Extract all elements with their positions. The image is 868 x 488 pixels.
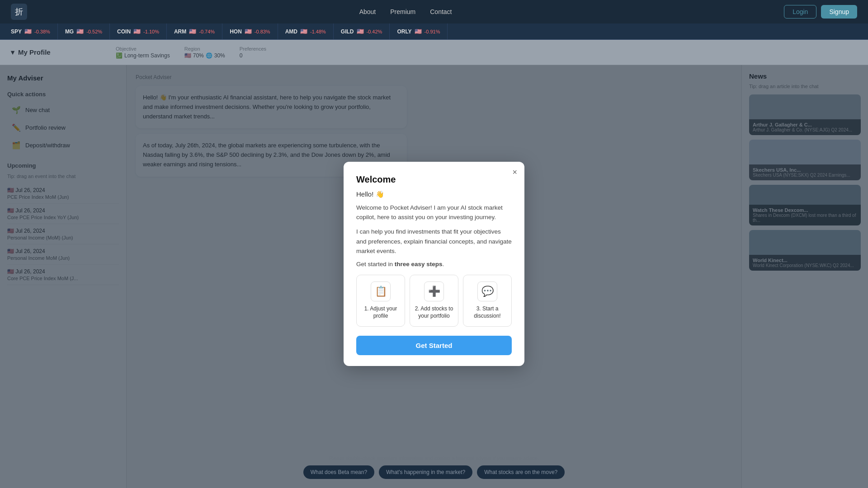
modal-overlay: × Welcome Hello! 👋 Welcome to Pocket Adv…	[0, 40, 868, 488]
ticker-flag: 🇺🇸	[357, 28, 364, 35]
ticker-flag: 🇺🇸	[24, 28, 32, 35]
modal-body-2: I can help you find investments that fit…	[356, 227, 512, 256]
nav-about[interactable]: About	[359, 8, 376, 15]
main-container: ▾ My Profile Objective 💹 Long-term Savin…	[0, 40, 868, 488]
ticker-item[interactable]: SPY🇺🇸-0.38%	[4, 23, 58, 39]
ticker-bar: SPY🇺🇸-0.38%MG🇺🇸-0.52%COIN🇺🇸-1.10%ARM🇺🇸-0…	[0, 23, 868, 40]
ticker-flag: 🇺🇸	[245, 28, 252, 35]
ticker-value: -0.38%	[34, 29, 50, 34]
ticker-value: -0.52%	[86, 29, 102, 34]
ticker-flag: 🇺🇸	[133, 28, 141, 35]
step-label: 2. Add stocks to your portfolio	[415, 305, 453, 320]
ticker-symbol: ARM	[174, 28, 186, 35]
ticker-symbol: MG	[65, 28, 74, 35]
login-button[interactable]: Login	[784, 5, 816, 19]
logo-icon: 折	[11, 4, 27, 20]
nav-links: About Premium Contact	[359, 8, 452, 15]
ticker-value: -0.74%	[199, 29, 215, 34]
ticker-value: -0.42%	[367, 29, 382, 34]
ticker-symbol: HON	[230, 28, 242, 35]
welcome-modal: × Welcome Hello! 👋 Welcome to Pocket Adv…	[344, 162, 524, 366]
nav-contact[interactable]: Contact	[430, 8, 452, 15]
step-card-2: ➕2. Add stocks to your portfolio	[410, 275, 458, 327]
ticker-item[interactable]: GILD🇺🇸-0.42%	[334, 23, 390, 39]
ticker-flag: 🇺🇸	[76, 28, 84, 35]
navbar: 折 About Premium Contact Login Signup	[0, 0, 868, 23]
ticker-symbol: COIN	[117, 28, 131, 35]
logo: 折	[11, 4, 27, 20]
ticker-flag: 🇺🇸	[415, 28, 422, 35]
ticker-symbol: AMD	[285, 28, 297, 35]
signup-button[interactable]: Signup	[821, 5, 857, 19]
ticker-value: -0.91%	[425, 29, 440, 34]
ticker-symbol: ORLY	[397, 28, 411, 35]
ticker-item[interactable]: AMD🇺🇸-1.48%	[278, 23, 334, 39]
step-label: 1. Adjust your profile	[361, 305, 400, 320]
step-icon: 💬	[477, 282, 497, 301]
step-icon: 📋	[371, 282, 391, 301]
ticker-symbol: GILD	[341, 28, 354, 35]
ticker-symbol: SPY	[11, 28, 22, 35]
nav-auth: Login Signup	[784, 5, 857, 19]
get-started-button[interactable]: Get Started	[356, 336, 512, 355]
step-card-3: 💬3. Start a discussion!	[463, 275, 512, 327]
steps-intro-bold: three easy steps	[395, 261, 443, 267]
step-icon: ➕	[424, 282, 444, 301]
steps-intro-text: Get started in	[356, 261, 395, 267]
ticker-value: -1.48%	[310, 29, 326, 34]
step-label: 3. Start a discussion!	[468, 305, 507, 320]
modal-steps-intro: Get started in three easy steps.	[356, 261, 512, 267]
modal-close-button[interactable]: ×	[512, 168, 517, 176]
ticker-item[interactable]: HON🇺🇸-0.83%	[222, 23, 278, 39]
modal-body-1: Welcome to Pocket Adviser! I am your AI …	[356, 203, 512, 222]
nav-premium[interactable]: Premium	[390, 8, 415, 15]
ticker-item[interactable]: COIN🇺🇸-1.10%	[110, 23, 167, 39]
steps-grid: 📋1. Adjust your profile➕2. Add stocks to…	[356, 275, 512, 327]
ticker-value: -0.83%	[255, 29, 270, 34]
ticker-item[interactable]: MG🇺🇸-0.52%	[58, 23, 110, 39]
ticker-flag: 🇺🇸	[300, 28, 307, 35]
steps-intro-end: .	[443, 261, 444, 267]
ticker-value: -1.10%	[143, 29, 159, 34]
step-card-1: 📋1. Adjust your profile	[356, 275, 405, 327]
modal-greeting: Hello! 👋	[356, 190, 512, 198]
ticker-flag: 🇺🇸	[189, 28, 196, 35]
modal-title: Welcome	[356, 174, 512, 185]
ticker-item[interactable]: ORLY🇺🇸-0.91%	[390, 23, 448, 39]
ticker-item[interactable]: ARM🇺🇸-0.74%	[167, 23, 222, 39]
